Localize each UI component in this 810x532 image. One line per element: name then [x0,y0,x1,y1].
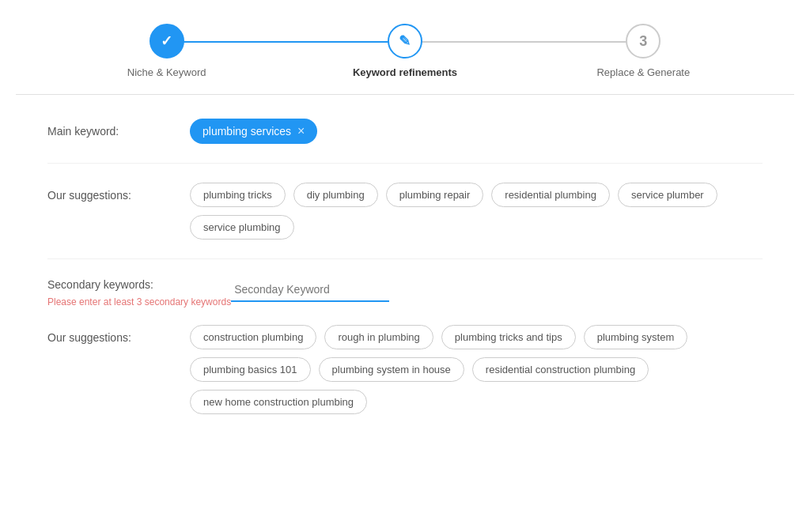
main-keyword-label: Main keyword: [47,119,190,138]
suggestion2-tag-5[interactable]: plumbing system in house [319,357,464,382]
suggestion-tag-4[interactable]: service plumber [618,183,717,207]
suggestion-tag-1[interactable]: diy plumbing [293,183,378,207]
main-keyword-content: plumbing services × [190,119,763,144]
secondary-input-col [231,278,763,302]
step-1[interactable]: ✓ Niche & Keyword [47,24,286,78]
step-2[interactable]: ✎ Keyword refinements [286,24,524,78]
suggestion-tag-0[interactable]: plumbing tricks [190,183,286,207]
suggestions-2-content: construction plumbing rough in plumbing … [190,325,763,414]
step-2-circle: ✎ [388,24,422,58]
suggestion-tag-2[interactable]: plumbing repair [386,183,484,207]
suggestion2-tag-4[interactable]: plumbing basics 101 [190,357,311,382]
step-1-label: Niche & Keyword [127,66,206,78]
suggestion2-tag-6[interactable]: residential construction plumbing [472,357,649,382]
secondary-keyword-input[interactable] [231,278,389,302]
step-3[interactable]: 3 Replace & Generate [524,24,763,78]
stepper: ✓ Niche & Keyword ✎ Keyword refinements … [0,0,810,94]
suggestion-tag-5[interactable]: service plumbing [190,215,294,240]
step-3-circle: 3 [626,24,660,58]
main-keyword-row: Main keyword: plumbing services × [47,119,763,164]
suggestion2-tag-3[interactable]: plumbing system [584,325,688,349]
suggestion2-tag-0[interactable]: construction plumbing [190,325,316,349]
secondary-label-col: Secondary keywords: Please enter at leas… [47,278,231,309]
secondary-keyword-label: Secondary keywords: [47,278,231,291]
suggestions-1-row: Our suggestions: plumbing tricks diy plu… [47,183,763,259]
page-wrapper: ✓ Niche & Keyword ✎ Keyword refinements … [0,0,810,438]
suggestions-1-content: plumbing tricks diy plumbing plumbing re… [190,183,763,240]
suggestion2-tag-2[interactable]: plumbing tricks and tips [441,325,576,349]
step-3-label: Replace & Generate [596,66,690,78]
secondary-keyword-error: Please enter at least 3 secondary keywor… [47,296,231,309]
secondary-keywords-section: Secondary keywords: Please enter at leas… [47,278,763,309]
suggestions-1-label: Our suggestions: [47,183,190,202]
content-area: Main keyword: plumbing services × Our su… [0,95,810,438]
step-1-circle: ✓ [150,24,184,58]
secondary-keyword-row: Secondary keywords: Please enter at leas… [47,278,763,309]
main-keyword-close[interactable]: × [297,125,305,138]
main-keyword-tag[interactable]: plumbing services × [190,119,317,144]
suggestions-2-row: Our suggestions: construction plumbing r… [47,325,763,414]
suggestions-2-label: Our suggestions: [47,325,190,344]
step-2-label: Keyword refinements [353,66,457,78]
suggestion-tag-3[interactable]: residential plumbing [491,183,610,207]
main-keyword-value: plumbing services [202,125,291,138]
suggestion2-tag-7[interactable]: new home construction plumbing [190,390,367,414]
suggestion2-tag-1[interactable]: rough in plumbing [324,325,433,349]
